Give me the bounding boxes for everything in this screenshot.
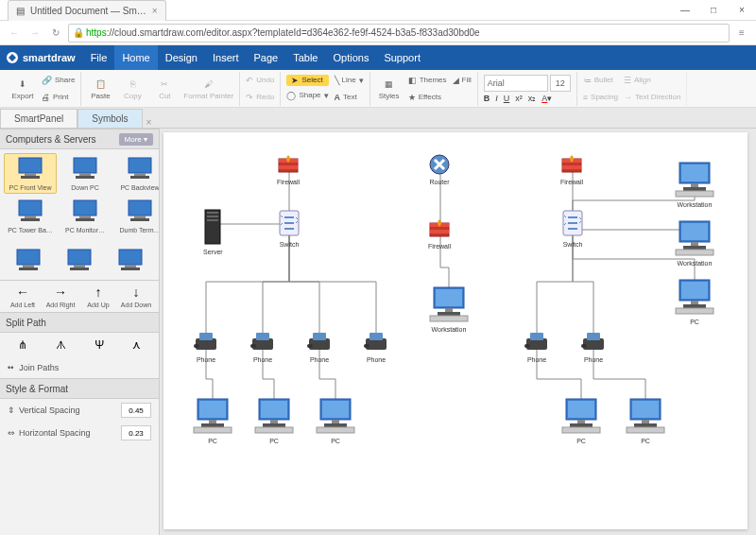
split-center-icon[interactable]: ⩚ — [56, 338, 67, 352]
drawing-page[interactable]: FirewallRouterFirewallServerSwitchFirewa… — [163, 132, 747, 529]
symbol-item[interactable] — [4, 244, 53, 276]
effects-button[interactable]: ★Effects — [408, 90, 447, 105]
menu-insert[interactable]: Insert — [205, 45, 247, 70]
node-pc[interactable]: Workstation — [674, 219, 715, 267]
symbol-pc-front[interactable]: PC Front View — [4, 153, 57, 194]
bullet-button[interactable]: ≔Bullet — [583, 73, 618, 88]
text-direction-button[interactable]: →Text Direction — [624, 90, 680, 105]
node-pc[interactable]: PC — [560, 397, 602, 444]
symbol-pc-monitor[interactable]: PC Monitor… — [59, 196, 112, 236]
themes-button[interactable]: ◧Themes — [408, 73, 447, 88]
node-pc[interactable]: PC — [192, 397, 233, 444]
node-phone[interactable]: Phone — [192, 331, 220, 363]
styles-button[interactable]: ▦Styles — [376, 78, 403, 100]
redo-button[interactable]: ↷Redo — [246, 90, 274, 105]
underline-button[interactable]: U — [504, 94, 510, 103]
align-button[interactable]: ☰Align — [624, 73, 680, 88]
node-pc[interactable]: PC — [253, 397, 295, 444]
select-tool-button[interactable]: ➤Select — [286, 75, 328, 86]
symbol-pc-backview[interactable]: PC Backview — [113, 153, 160, 194]
add-left-button[interactable]: ←Add Left — [4, 285, 42, 308]
add-up-button[interactable]: ↑Add Up — [79, 285, 117, 308]
menu-options[interactable]: Options — [325, 45, 376, 70]
more-button[interactable]: More ▾ — [119, 133, 153, 146]
node-firewall[interactable]: Firewall — [277, 153, 300, 185]
node-server[interactable]: Server — [203, 208, 223, 255]
svg-rect-14 — [79, 216, 91, 218]
node-phone[interactable]: Phone — [523, 331, 551, 363]
format-painter-button[interactable]: 🖌Format Painter — [183, 78, 233, 100]
node-firewall[interactable]: Firewall — [428, 217, 451, 250]
symbol-item[interactable] — [106, 244, 155, 276]
node-pc[interactable]: Workstation — [674, 161, 715, 208]
split-tree-icon[interactable]: ⋏ — [132, 338, 141, 352]
node-switch[interactable]: Switch — [277, 208, 301, 248]
node-pc[interactable]: PC — [625, 397, 666, 444]
share-button[interactable]: 🔗Share — [42, 73, 75, 88]
font-color-button[interactable]: A▾ — [541, 94, 552, 103]
tab-smartpanel[interactable]: SmartPanel — [0, 109, 77, 128]
menu-table[interactable]: Table — [285, 45, 325, 70]
browser-menu-icon[interactable]: ≡ — [733, 25, 750, 42]
font-size-input[interactable]: 12 — [550, 75, 571, 92]
node-pc[interactable]: Workstation — [428, 285, 470, 333]
window-minimize-icon[interactable]: — — [671, 0, 699, 21]
menu-design[interactable]: Design — [158, 45, 205, 70]
join-paths-button[interactable]: ••Join Paths — [0, 357, 159, 378]
line-tool-button[interactable]: ╲Line▾ — [335, 73, 364, 88]
vertical-spacing-input[interactable]: 0.45 — [121, 403, 151, 418]
svg-rect-36 — [207, 212, 218, 214]
nav-forward-icon[interactable]: → — [26, 25, 43, 42]
bold-button[interactable]: B — [484, 94, 490, 103]
font-name-input[interactable]: Arial — [484, 75, 548, 92]
menu-home[interactable]: Home — [114, 45, 157, 70]
window-maximize-icon[interactable]: □ — [699, 0, 728, 21]
subscript-button[interactable]: x₂ — [528, 94, 537, 103]
node-phone[interactable]: Phone — [362, 331, 390, 363]
nav-reload-icon[interactable]: ↻ — [47, 25, 64, 42]
close-tab-icon[interactable]: × — [152, 6, 158, 16]
node-switch[interactable]: Switch — [560, 208, 585, 248]
export-button[interactable]: ⬇ Export — [9, 78, 36, 100]
add-down-button[interactable]: ↓Add Down — [117, 285, 155, 308]
app-logo[interactable]: smartdraw — [6, 51, 76, 64]
close-panel-icon[interactable]: × — [143, 117, 156, 128]
copy-button[interactable]: ⎘Copy — [119, 78, 146, 100]
superscript-button[interactable]: x² — [515, 94, 523, 103]
node-router[interactable]: Router — [428, 153, 451, 185]
node-phone[interactable]: Phone — [305, 331, 334, 363]
tab-symbols[interactable]: Symbols — [77, 109, 142, 128]
spacing-button[interactable]: ≡Spacing — [583, 90, 618, 105]
symbol-pc-tower-ba[interactable]: PC Tower Ba… — [4, 196, 57, 236]
node-pc[interactable]: PC — [315, 397, 356, 444]
split-left-icon[interactable]: ⋔ — [18, 338, 27, 352]
text-tool-button[interactable]: AText — [335, 90, 364, 105]
menu-page[interactable]: Page — [246, 45, 285, 70]
horizontal-spacing-input[interactable]: 0.23 — [121, 425, 151, 440]
print-button[interactable]: 🖨Print — [42, 90, 75, 105]
chevron-down-icon: ▾ — [359, 76, 364, 85]
fill-button[interactable]: ◢Fill — [453, 73, 472, 88]
italic-button[interactable]: I — [495, 94, 498, 103]
browser-tab[interactable]: ▤ Untitled Document — Sm… × — [8, 0, 166, 21]
node-pc[interactable]: PC — [674, 278, 715, 325]
symbol-item[interactable] — [55, 244, 104, 276]
paste-button[interactable]: 📋Paste — [87, 78, 113, 100]
undo-button[interactable]: ↶Undo — [246, 73, 274, 88]
add-right-button[interactable]: →Add Right — [42, 285, 79, 308]
menu-file[interactable]: File — [83, 45, 115, 70]
node-firewall[interactable]: Firewall — [560, 153, 583, 185]
node-phone[interactable]: Phone — [249, 331, 277, 363]
symbol-down-pc[interactable]: Down PC — [59, 153, 112, 194]
canvas-area[interactable]: FirewallRouterFirewallServerSwitchFirewa… — [160, 129, 756, 535]
window-close-icon[interactable]: × — [728, 0, 756, 21]
symbol-dumb-term[interactable]: Dumb Term… — [113, 196, 160, 236]
svg-rect-22 — [68, 250, 91, 265]
cut-button[interactable]: ✂Cut — [151, 78, 178, 100]
menu-support[interactable]: Support — [376, 45, 428, 70]
url-input[interactable]: 🔒 https ://cloud.smartdraw.com/editor.as… — [68, 24, 730, 43]
split-y-icon[interactable]: Ψ — [94, 338, 104, 352]
shape-tool-button[interactable]: ◯Shape▾ — [286, 88, 328, 103]
node-phone[interactable]: Phone — [579, 331, 608, 363]
nav-back-icon[interactable]: ← — [6, 25, 23, 42]
